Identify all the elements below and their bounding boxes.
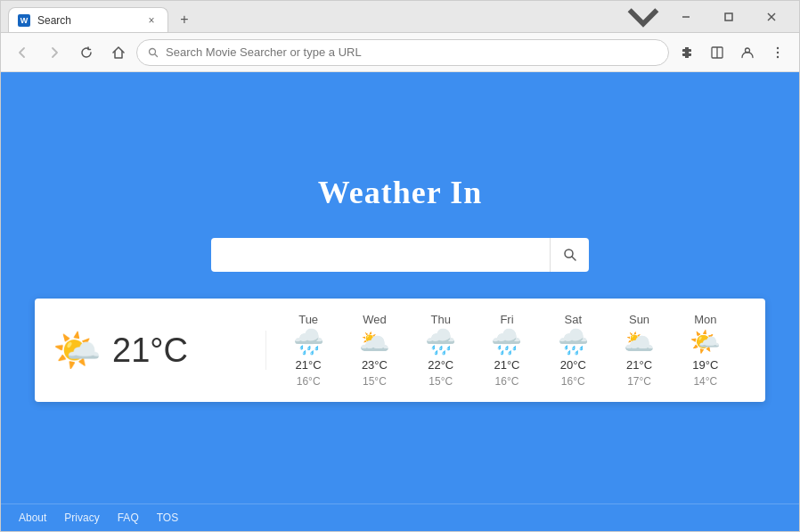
page-content: Weather In 🌤️ 21°C Tue 🌧️ 21°C 16°C — [1, 72, 799, 503]
tab-close-button[interactable]: × — [144, 13, 159, 28]
forecast-day-name: Wed — [363, 313, 387, 326]
search-icon — [563, 248, 577, 262]
footer-link[interactable]: TOS — [157, 512, 178, 524]
current-temperature: 21°C — [112, 331, 188, 370]
forecast-high: 20°C — [560, 358, 586, 372]
address-bar[interactable] — [136, 39, 669, 66]
search-button[interactable] — [550, 238, 589, 272]
footer-link[interactable]: Privacy — [64, 512, 99, 524]
svg-line-5 — [155, 53, 158, 56]
profile-button[interactable] — [733, 38, 762, 67]
svg-point-9 — [777, 46, 779, 48]
nav-right-buttons — [673, 38, 792, 67]
forecast-day: Mon 🌤️ 19°C 14°C — [682, 313, 728, 388]
forecast-icon: 🌥️ — [359, 330, 390, 355]
search-input[interactable] — [211, 238, 550, 272]
svg-line-13 — [572, 257, 576, 260]
minimize-button[interactable] — [665, 1, 706, 33]
back-button[interactable] — [8, 38, 37, 67]
forecast-icon: 🌥️ — [624, 330, 655, 355]
forecast-day-name: Sat — [565, 313, 583, 326]
tab-title: Search — [37, 14, 137, 27]
forecast-day: Sat 🌧️ 20°C 16°C — [551, 313, 596, 388]
title-bar: W Search × + — [1, 1, 799, 33]
forecast-day-name: Tue — [298, 313, 318, 326]
forecast-icon: 🌧️ — [293, 330, 324, 355]
forward-button[interactable] — [40, 38, 69, 67]
home-button[interactable] — [104, 38, 133, 67]
refresh-button[interactable] — [72, 38, 101, 67]
forecast-day: Sun 🌥️ 21°C 17°C — [616, 313, 662, 388]
extensions-button[interactable] — [673, 38, 701, 67]
current-weather: 🌤️ 21°C — [53, 331, 266, 370]
browser-frame: W Search × + — [0, 0, 800, 532]
svg-point-10 — [777, 51, 779, 53]
forecast-day: Tue 🌧️ 21°C 16°C — [286, 313, 331, 388]
page-title: Weather In — [318, 174, 482, 211]
search-icon — [148, 47, 159, 58]
forecast-high: 23°C — [362, 358, 388, 372]
forecast-day-name: Sun — [629, 313, 649, 326]
forecast-day-name: Mon — [694, 313, 716, 326]
windows-list-button[interactable] — [623, 1, 664, 33]
forecast-low: 16°C — [495, 375, 519, 388]
forecast-low: 15°C — [363, 375, 387, 388]
forecast-high: 21°C — [626, 358, 652, 372]
forecast-high: 21°C — [296, 358, 322, 372]
svg-point-11 — [777, 55, 779, 57]
forecast-low: 17°C — [627, 375, 651, 388]
current-weather-icon: 🌤️ — [53, 331, 102, 370]
forecast-low: 16°C — [297, 375, 321, 388]
forecast-low: 14°C — [693, 375, 717, 388]
forecast-day-name: Fri — [500, 313, 513, 326]
forecast-day: Fri 🌧️ 21°C 16°C — [484, 313, 529, 388]
forecast-day: Thu 🌧️ 22°C 15°C — [418, 313, 463, 388]
menu-button[interactable] — [763, 38, 792, 67]
forecast-day: Wed 🌥️ 23°C 15°C — [352, 313, 397, 388]
forecast-icon: 🌤️ — [690, 330, 721, 355]
new-tab-button[interactable]: + — [172, 7, 197, 32]
tab-favicon: W — [18, 14, 30, 27]
forecast-icon: 🌧️ — [425, 330, 456, 355]
navigation-bar — [1, 33, 799, 72]
footer-link[interactable]: FAQ — [118, 512, 139, 524]
search-container — [211, 238, 589, 272]
split-view-button[interactable] — [703, 38, 731, 67]
weather-card: 🌤️ 21°C Tue 🌧️ 21°C 16°C Wed 🌥️ 23°C 15°… — [35, 299, 765, 402]
maximize-button[interactable] — [708, 1, 749, 33]
forecast-icon: 🌧️ — [558, 330, 589, 355]
tab-area: W Search × + — [8, 1, 623, 32]
forecast-high: 22°C — [428, 358, 453, 372]
footer: AboutPrivacyFAQTOS — [1, 503, 799, 531]
forecast-icon: 🌧️ — [491, 330, 522, 355]
address-input[interactable] — [166, 45, 657, 59]
active-tab[interactable]: W Search × — [8, 7, 168, 32]
footer-link[interactable]: About — [19, 512, 46, 524]
close-button[interactable] — [751, 1, 792, 33]
window-controls — [623, 1, 792, 33]
forecast-low: 16°C — [561, 375, 585, 388]
forecast-grid: Tue 🌧️ 21°C 16°C Wed 🌥️ 23°C 15°C Thu 🌧️… — [266, 313, 747, 388]
forecast-low: 15°C — [429, 375, 453, 388]
forecast-high: 19°C — [692, 358, 718, 372]
svg-rect-1 — [725, 13, 732, 20]
forecast-day-name: Thu — [431, 313, 451, 326]
forecast-high: 21°C — [494, 358, 519, 372]
